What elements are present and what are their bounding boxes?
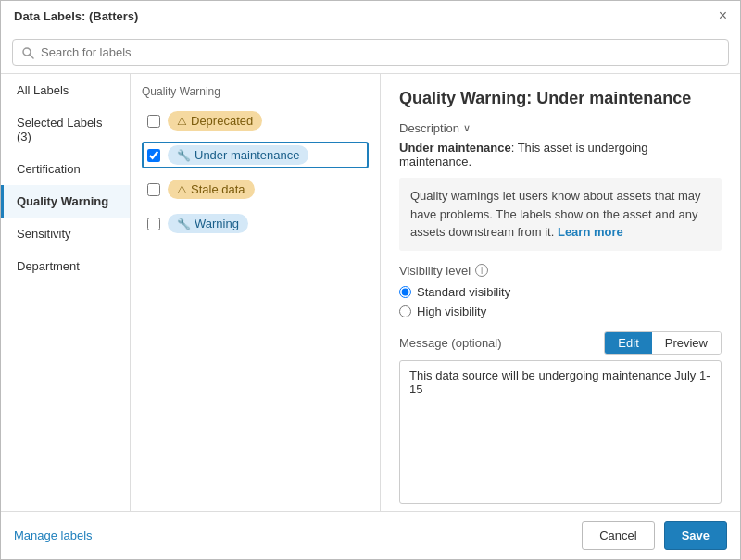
label-item-deprecated[interactable]: ⚠ Deprecated — [142, 107, 369, 134]
warning-badge: 🔧 Warning — [168, 214, 248, 233]
visibility-section: Visibility level i Standard visibility H… — [399, 264, 722, 318]
deprecated-icon: ⚠ — [177, 115, 187, 128]
learn-more-link[interactable]: Learn more — [558, 225, 623, 239]
radio-high-input[interactable] — [399, 305, 411, 317]
under-maintenance-checkbox[interactable] — [147, 149, 160, 162]
label-item-stale-data[interactable]: ⚠ Stale data — [142, 176, 369, 203]
radio-high[interactable]: High visibility — [399, 305, 722, 318]
search-bar — [1, 31, 740, 74]
chevron-down-icon: ∨ — [463, 122, 471, 134]
main-content: All Labels Selected Labels (3) Certifica… — [1, 74, 740, 511]
stale-data-badge: ⚠ Stale data — [168, 180, 255, 199]
description-bold: Under maintenance — [399, 141, 511, 155]
detail-panel: Quality Warning: Under maintenance Descr… — [381, 74, 740, 511]
sidebar: All Labels Selected Labels (3) Certifica… — [1, 74, 131, 511]
stale-data-checkbox[interactable] — [147, 183, 160, 196]
description-label: Description — [399, 121, 459, 135]
description-header[interactable]: Description ∨ — [399, 121, 722, 135]
label-item-warning[interactable]: 🔧 Warning — [142, 210, 369, 237]
label-item-under-maintenance[interactable]: 🔧 Under maintenance — [142, 142, 369, 168]
warning-checkbox[interactable] — [147, 218, 160, 230]
sidebar-item-sensitivity[interactable]: Sensitivity — [1, 218, 130, 250]
footer: Manage labels Cancel Save — [1, 511, 740, 559]
sidebar-item-selected-labels[interactable]: Selected Labels (3) — [1, 106, 130, 153]
save-button[interactable]: Save — [664, 521, 727, 550]
tab-group: Edit Preview — [604, 331, 722, 355]
deprecated-checkbox[interactable] — [147, 115, 160, 128]
warning-icon: 🔧 — [177, 218, 191, 230]
stale-icon: ⚠ — [177, 183, 187, 196]
info-box: Quality warnings let users know about as… — [399, 178, 722, 251]
message-header: Message (optional) Edit Preview — [399, 331, 722, 355]
cancel-button[interactable]: Cancel — [582, 521, 654, 550]
detail-title: Quality Warning: Under maintenance — [399, 89, 722, 108]
labels-panel-title: Quality Warning — [142, 85, 369, 98]
search-input[interactable] — [12, 39, 729, 66]
visibility-label: Visibility level i — [399, 264, 722, 278]
deprecated-badge: ⚠ Deprecated — [168, 111, 262, 131]
sidebar-item-department[interactable]: Department — [1, 250, 130, 282]
title-bar: Data Labels: (Batters) × — [1, 1, 740, 31]
sidebar-item-all-labels[interactable]: All Labels — [1, 74, 130, 106]
radio-standard[interactable]: Standard visibility — [399, 285, 722, 299]
radio-group: Standard visibility High visibility — [399, 285, 722, 318]
close-button[interactable]: × — [719, 8, 727, 23]
labels-panel: Quality Warning ⚠ Deprecated 🔧 Under mai… — [131, 74, 381, 511]
radio-standard-input[interactable] — [399, 286, 411, 298]
visibility-info-icon[interactable]: i — [475, 264, 488, 277]
description-text: Under maintenance: This asset is undergo… — [399, 141, 722, 168]
tab-edit[interactable]: Edit — [605, 332, 651, 354]
sidebar-item-quality-warning[interactable]: Quality Warning — [1, 185, 130, 218]
under-maintenance-badge: 🔧 Under maintenance — [168, 145, 308, 165]
sidebar-item-certification[interactable]: Certification — [1, 153, 130, 185]
message-textarea[interactable]: This data source will be undergoing main… — [399, 360, 722, 504]
maintenance-icon: 🔧 — [177, 149, 191, 162]
footer-buttons: Cancel Save — [582, 521, 727, 550]
message-section: Message (optional) Edit Preview This dat… — [399, 331, 722, 512]
dialog-title: Data Labels: (Batters) — [14, 9, 138, 23]
info-box-text: Quality warnings let users know about as… — [410, 189, 701, 239]
tab-preview[interactable]: Preview — [652, 332, 721, 354]
manage-labels-link[interactable]: Manage labels — [14, 529, 93, 542]
dialog: Data Labels: (Batters) × All Labels Sele… — [0, 0, 741, 560]
message-label: Message (optional) — [399, 336, 502, 350]
